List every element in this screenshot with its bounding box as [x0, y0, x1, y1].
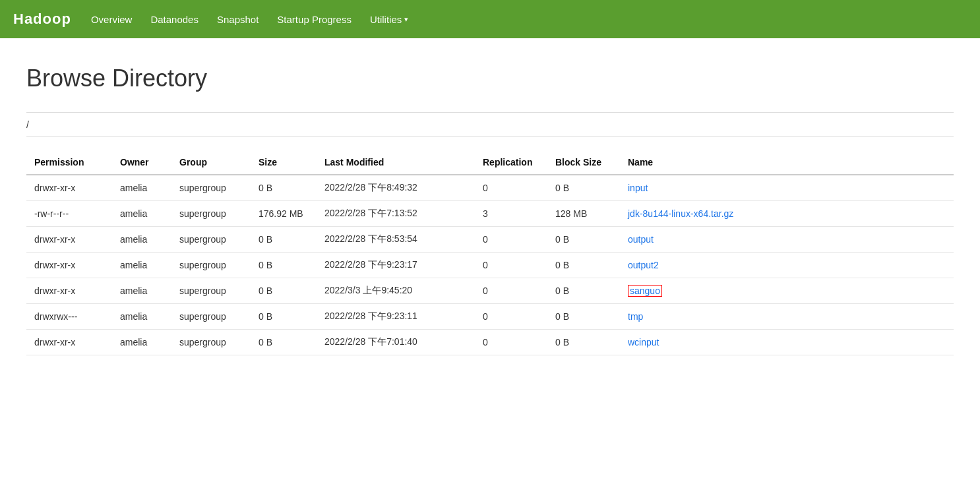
cell-block-size: 128 MB — [547, 201, 620, 227]
cell-size: 0 B — [251, 227, 317, 253]
table-body: drwxr-xr-xameliasupergroup0 B2022/2/28 下… — [26, 175, 954, 355]
col-permission: Permission — [26, 150, 112, 175]
col-replication: Replication — [475, 150, 547, 175]
table-row: drwxr-xr-xameliasupergroup0 B2022/3/3 上午… — [26, 278, 954, 304]
navbar: Hadoop Overview Datanodes Snapshot Start… — [0, 0, 980, 38]
cell-group: supergroup — [171, 227, 251, 253]
table-header: Permission Owner Group Size Last Modifie… — [26, 150, 954, 175]
cell-block-size: 0 B — [547, 227, 620, 253]
col-name: Name — [620, 150, 954, 175]
cell-replication: 3 — [475, 201, 547, 227]
cell-last-modified: 2022/2/28 下午8:49:32 — [317, 175, 475, 201]
cell-last-modified: 2022/3/3 上午9:45:20 — [317, 278, 475, 304]
cell-name[interactable]: output — [620, 227, 954, 253]
cell-block-size: 0 B — [547, 175, 620, 201]
cell-last-modified: 2022/2/28 下午7:13:52 — [317, 201, 475, 227]
page-title: Browse Directory — [26, 65, 954, 92]
cell-name[interactable]: jdk-8u144-linux-x64.tar.gz — [620, 201, 954, 227]
file-link[interactable]: tmp — [628, 311, 643, 322]
file-link[interactable]: output2 — [628, 260, 659, 270]
cell-group: supergroup — [171, 304, 251, 330]
dropdown-caret-icon: ▾ — [404, 15, 408, 24]
cell-owner: amelia — [112, 227, 171, 253]
cell-block-size: 0 B — [547, 304, 620, 330]
table-row: drwxr-xr-xameliasupergroup0 B2022/2/28 下… — [26, 253, 954, 278]
cell-block-size: 0 B — [547, 330, 620, 355]
cell-block-size: 0 B — [547, 278, 620, 304]
cell-permission: drwxr-xr-x — [26, 278, 112, 304]
brand-logo: Hadoop — [13, 11, 71, 28]
cell-permission: drwxr-xr-x — [26, 253, 112, 278]
cell-size: 0 B — [251, 175, 317, 201]
table-row: drwxrwx---ameliasupergroup0 B2022/2/28 下… — [26, 304, 954, 330]
cell-permission: drwxrwx--- — [26, 304, 112, 330]
cell-size: 0 B — [251, 278, 317, 304]
cell-size: 176.92 MB — [251, 201, 317, 227]
main-content: Browse Directory / Permission Owner Grou… — [0, 38, 980, 382]
cell-replication: 0 — [475, 278, 547, 304]
cell-size: 0 B — [251, 304, 317, 330]
cell-last-modified: 2022/2/28 下午8:53:54 — [317, 227, 475, 253]
file-link[interactable]: input — [628, 183, 648, 193]
cell-group: supergroup — [171, 330, 251, 355]
col-last-modified: Last Modified — [317, 150, 475, 175]
nav-startup-progress[interactable]: Startup Progress — [277, 11, 352, 28]
table-row: drwxr-xr-xameliasupergroup0 B2022/2/28 下… — [26, 227, 954, 253]
cell-name[interactable]: sanguo — [620, 278, 954, 304]
file-link[interactable]: wcinput — [628, 337, 659, 347]
cell-replication: 0 — [475, 304, 547, 330]
cell-size: 0 B — [251, 253, 317, 278]
cell-owner: amelia — [112, 330, 171, 355]
col-owner: Owner — [112, 150, 171, 175]
table-row: -rw-r--r--ameliasupergroup176.92 MB2022/… — [26, 201, 954, 227]
cell-permission: -rw-r--r-- — [26, 201, 112, 227]
cell-group: supergroup — [171, 278, 251, 304]
nav-snapshot[interactable]: Snapshot — [217, 11, 259, 28]
cell-owner: amelia — [112, 304, 171, 330]
cell-group: supergroup — [171, 253, 251, 278]
cell-size: 0 B — [251, 330, 317, 355]
cell-last-modified: 2022/2/28 下午9:23:11 — [317, 304, 475, 330]
nav-overview[interactable]: Overview — [91, 11, 133, 28]
cell-name[interactable]: output2 — [620, 253, 954, 278]
col-size: Size — [251, 150, 317, 175]
breadcrumb-path: / — [26, 119, 29, 130]
cell-replication: 0 — [475, 227, 547, 253]
cell-owner: amelia — [112, 253, 171, 278]
directory-table: Permission Owner Group Size Last Modifie… — [26, 150, 954, 355]
cell-group: supergroup — [171, 201, 251, 227]
cell-block-size: 0 B — [547, 253, 620, 278]
file-link[interactable]: output — [628, 234, 654, 245]
cell-replication: 0 — [475, 330, 547, 355]
col-block-size: Block Size — [547, 150, 620, 175]
nav-datanodes[interactable]: Datanodes — [150, 11, 199, 28]
file-link[interactable]: sanguo — [628, 285, 662, 297]
cell-owner: amelia — [112, 201, 171, 227]
cell-replication: 0 — [475, 253, 547, 278]
cell-permission: drwxr-xr-x — [26, 175, 112, 201]
cell-last-modified: 2022/2/28 下午7:01:40 — [317, 330, 475, 355]
col-group: Group — [171, 150, 251, 175]
cell-name[interactable]: input — [620, 175, 954, 201]
cell-last-modified: 2022/2/28 下午9:23:17 — [317, 253, 475, 278]
cell-group: supergroup — [171, 175, 251, 201]
cell-name[interactable]: wcinput — [620, 330, 954, 355]
cell-name[interactable]: tmp — [620, 304, 954, 330]
breadcrumb: / — [26, 112, 954, 137]
cell-owner: amelia — [112, 175, 171, 201]
file-link[interactable]: jdk-8u144-linux-x64.tar.gz — [628, 208, 733, 219]
table-row: drwxr-xr-xameliasupergroup0 B2022/2/28 下… — [26, 175, 954, 201]
cell-replication: 0 — [475, 175, 547, 201]
cell-permission: drwxr-xr-x — [26, 330, 112, 355]
cell-permission: drwxr-xr-x — [26, 227, 112, 253]
nav-utilities-dropdown[interactable]: Utilities ▾ — [370, 14, 408, 25]
table-row: drwxr-xr-xameliasupergroup0 B2022/2/28 下… — [26, 330, 954, 355]
cell-owner: amelia — [112, 278, 171, 304]
